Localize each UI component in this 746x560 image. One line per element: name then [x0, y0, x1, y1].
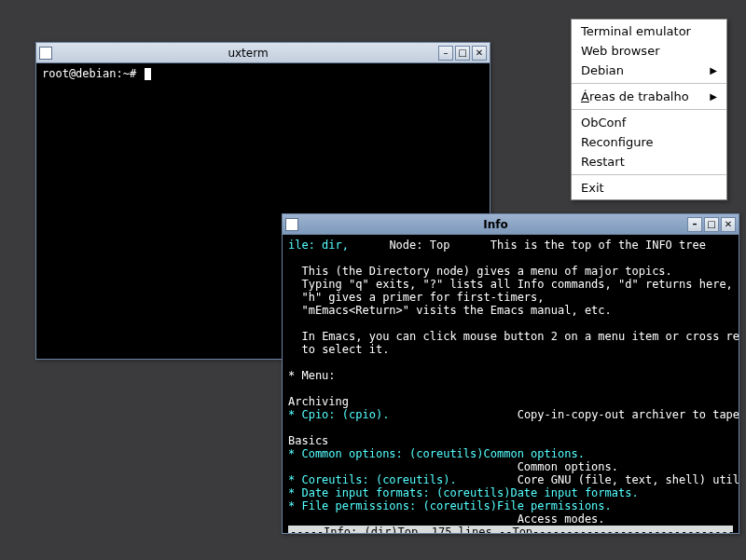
info-modeline: -----Info: (dir)Top, 175 lines --Top----…	[288, 526, 733, 533]
menu-separator	[572, 83, 726, 84]
info-text: This (the Directory node) gives a menu o…	[301, 265, 671, 278]
menu-item-workspaces[interactable]: Áreas de trabalho ▶	[572, 87, 726, 106]
info-menu-item[interactable]: * File permissions: (coreutils)File perm…	[288, 499, 612, 512]
window-controls: – □ ✕	[438, 46, 487, 61]
menu-item-exit[interactable]: Exit	[572, 178, 726, 198]
info-section-heading: Basics	[288, 434, 328, 447]
info-header-desc: This is the top of the INFO tree	[490, 239, 706, 252]
info-menu-item[interactable]: * Common options: (coreutils)Common opti…	[288, 447, 585, 460]
info-text: "h" gives a primer for first-timers,	[301, 291, 544, 304]
close-button[interactable]: ✕	[472, 46, 487, 61]
maximize-button[interactable]: □	[455, 46, 470, 61]
menu-item-debian[interactable]: Debian ▶	[572, 61, 726, 80]
info-menu-desc: Copy-in-copy-out archiver to tape or dis…	[518, 408, 739, 421]
info-menu-desc: Access modes.	[518, 512, 605, 526]
menu-item-web-browser[interactable]: Web browser	[572, 41, 726, 61]
info-text: Typing "q" exits, "?" lists all Info com…	[301, 278, 732, 291]
window-icon[interactable]	[285, 218, 298, 231]
window-icon[interactable]	[39, 47, 52, 60]
info-menu-desc: Common options.	[518, 460, 618, 473]
info-text: to select it.	[301, 343, 389, 356]
window-title: Info	[304, 218, 687, 231]
menu-separator	[572, 174, 726, 175]
window-title: uxterm	[58, 47, 438, 60]
info-menu-item[interactable]: * Date input formats: (coreutils)Date in…	[288, 486, 639, 499]
minimize-button[interactable]: –	[438, 46, 453, 61]
uxterm-titlebar[interactable]: uxterm – □ ✕	[36, 43, 490, 63]
menu-item-obconf[interactable]: ObConf	[572, 113, 726, 132]
info-menu-item[interactable]: * Coreutils: (coreutils).	[288, 473, 457, 486]
menu-item-terminal-emulator[interactable]: Terminal emulator	[572, 21, 726, 41]
close-button[interactable]: ✕	[721, 217, 736, 232]
root-context-menu[interactable]: Terminal emulator Web browser Debian ▶ Á…	[571, 19, 727, 200]
shell-prompt: root@debian:~#	[42, 67, 143, 80]
info-file-label: ile: dir,	[288, 239, 349, 252]
info-menu-item[interactable]: * Cpio: (cpio).	[288, 408, 389, 421]
menu-item-restart[interactable]: Restart	[572, 152, 726, 171]
info-viewer[interactable]: ile: dir, Node: Top This is the top of t…	[283, 235, 739, 533]
info-text: "mEmacs<Return>" visits the Emacs manual…	[301, 304, 611, 317]
cursor	[145, 68, 151, 80]
menu-separator	[572, 109, 726, 110]
info-window[interactable]: Info – □ ✕ ile: dir, Node: Top This is t…	[282, 213, 739, 534]
info-node-label: Node: Top	[389, 239, 449, 252]
submenu-arrow-icon: ▶	[710, 91, 717, 102]
info-section-heading: Archiving	[288, 395, 349, 408]
info-text: In Emacs, you can click mouse button 2 o…	[301, 330, 739, 343]
maximize-button[interactable]: □	[704, 217, 719, 232]
window-controls: – □ ✕	[687, 217, 736, 232]
info-titlebar[interactable]: Info – □ ✕	[283, 214, 739, 235]
info-menu-desc: Core GNU (file, text, shell) utilities.	[518, 473, 739, 486]
menu-item-reconfigure[interactable]: Reconfigure	[572, 132, 726, 152]
info-menu-header: * Menu:	[288, 369, 336, 382]
submenu-arrow-icon: ▶	[710, 65, 717, 75]
minimize-button[interactable]: –	[687, 217, 702, 232]
